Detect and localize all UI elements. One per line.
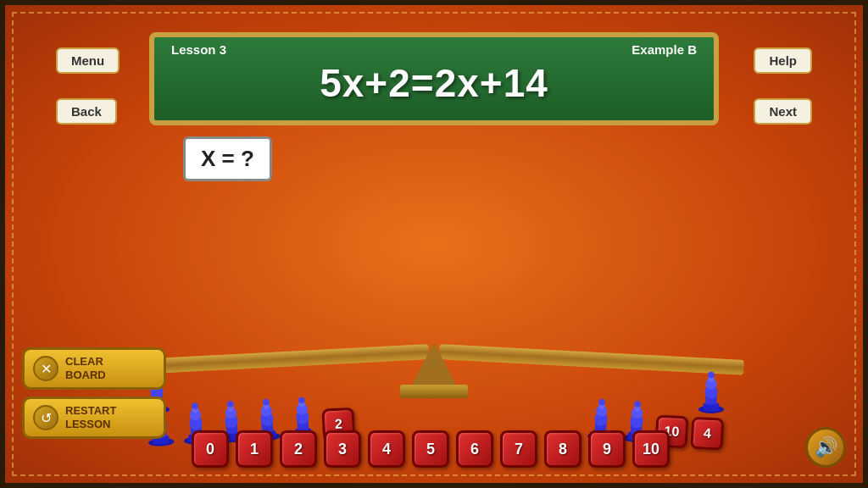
equation-display: 5x+2=2x+14 <box>320 60 548 106</box>
fallen-right-piece <box>695 369 727 417</box>
number-cube-7[interactable]: 7 <box>500 430 537 468</box>
sound-icon: 🔊 <box>815 436 837 458</box>
next-button[interactable]: Next <box>754 98 812 125</box>
chalkboard: Lesson 3 Example B 5x+2=2x+14 <box>149 32 719 125</box>
number-cube-4[interactable]: 4 <box>368 430 405 468</box>
number-bar: 012345678910 <box>192 430 795 468</box>
number-cube-3[interactable]: 3 <box>324 430 361 468</box>
number-cube-0[interactable]: 0 <box>192 430 229 468</box>
number-cube-5[interactable]: 5 <box>412 430 449 468</box>
help-button[interactable]: Help <box>754 47 812 74</box>
restart-lesson-icon: ↺ <box>33 405 58 430</box>
back-button[interactable]: Back <box>56 98 117 125</box>
number-cube-6[interactable]: 6 <box>456 430 493 468</box>
number-cube-10[interactable]: 10 <box>632 430 670 468</box>
restart-lesson-button[interactable]: ↺ RESTARTLESSON <box>22 396 166 439</box>
fulcrum <box>410 342 458 389</box>
clear-board-button[interactable]: ✕ CLEARBOARD <box>22 347 166 390</box>
example-label: Example B <box>632 42 697 57</box>
clear-board-icon: ✕ <box>33 356 58 381</box>
number-cube-1[interactable]: 1 <box>236 430 273 468</box>
sound-button[interactable]: 🔊 <box>805 427 846 468</box>
app-container: Menu Back Help Next Lesson 3 Example B 5… <box>0 0 868 488</box>
x-equals-box: X = ? <box>183 136 272 181</box>
balance-scale: 2 10 4 <box>124 251 744 420</box>
chalkboard-header: Lesson 3 Example B <box>154 42 714 57</box>
number-cube-8[interactable]: 8 <box>544 430 581 468</box>
fulcrum-base <box>400 385 468 398</box>
restart-lesson-label: RESTARTLESSON <box>65 404 116 430</box>
clear-board-label: CLEARBOARD <box>65 355 106 381</box>
number-cube-2[interactable]: 2 <box>280 430 317 468</box>
svg-point-62 <box>708 372 715 379</box>
menu-button[interactable]: Menu <box>56 47 120 74</box>
chess-piece[interactable] <box>695 369 727 417</box>
lesson-label: Lesson 3 <box>171 42 226 57</box>
number-cube-9[interactable]: 9 <box>588 430 626 468</box>
